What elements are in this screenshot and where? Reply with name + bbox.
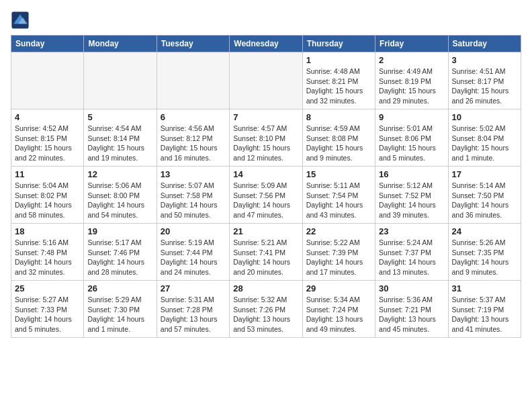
week-row-3: 11Sunrise: 5:04 AM Sunset: 8:02 PM Dayli…: [11, 167, 521, 224]
calendar-cell: [157, 52, 229, 109]
day-info: Sunrise: 5:04 AM Sunset: 8:02 PM Dayligh…: [15, 181, 80, 220]
page-header: [11, 11, 521, 30]
calendar-cell: 19Sunrise: 5:17 AM Sunset: 7:46 PM Dayli…: [84, 224, 157, 281]
calendar-cell: 17Sunrise: 5:14 AM Sunset: 7:50 PM Dayli…: [448, 167, 521, 224]
day-number: 17: [452, 169, 517, 179]
day-number: 30: [379, 283, 444, 293]
calendar-cell: 18Sunrise: 5:16 AM Sunset: 7:48 PM Dayli…: [11, 224, 84, 281]
calendar-cell: 12Sunrise: 5:06 AM Sunset: 8:00 PM Dayli…: [84, 167, 157, 224]
day-number: 8: [306, 112, 371, 122]
day-number: 4: [15, 112, 80, 122]
day-number: 24: [452, 226, 517, 236]
calendar-cell: 16Sunrise: 5:12 AM Sunset: 7:52 PM Dayli…: [375, 167, 448, 224]
day-number: 15: [306, 169, 371, 179]
day-number: 19: [87, 226, 152, 236]
calendar-cell: [230, 52, 302, 109]
day-info: Sunrise: 5:09 AM Sunset: 7:56 PM Dayligh…: [233, 181, 298, 220]
day-info: Sunrise: 4:51 AM Sunset: 8:17 PM Dayligh…: [452, 66, 517, 106]
day-number: 12: [87, 169, 152, 179]
day-info: Sunrise: 5:24 AM Sunset: 7:37 PM Dayligh…: [379, 238, 444, 277]
day-info: Sunrise: 5:17 AM Sunset: 7:46 PM Dayligh…: [87, 238, 152, 277]
calendar-header-monday: Monday: [84, 36, 157, 52]
calendar-cell: 3Sunrise: 4:51 AM Sunset: 8:17 PM Daylig…: [448, 52, 521, 109]
day-info: Sunrise: 5:37 AM Sunset: 7:19 PM Dayligh…: [452, 295, 517, 334]
calendar-cell: 30Sunrise: 5:36 AM Sunset: 7:21 PM Dayli…: [375, 281, 448, 338]
calendar-cell: 31Sunrise: 5:37 AM Sunset: 7:19 PM Dayli…: [448, 281, 521, 338]
calendar-header-thursday: Thursday: [302, 36, 375, 52]
calendar-cell: 4Sunrise: 4:52 AM Sunset: 8:15 PM Daylig…: [11, 109, 84, 167]
calendar-cell: 20Sunrise: 5:19 AM Sunset: 7:44 PM Dayli…: [157, 224, 229, 281]
day-info: Sunrise: 5:22 AM Sunset: 7:39 PM Dayligh…: [306, 238, 371, 277]
day-info: Sunrise: 5:19 AM Sunset: 7:44 PM Dayligh…: [161, 238, 226, 277]
day-number: 22: [306, 226, 371, 236]
calendar-cell: 10Sunrise: 5:02 AM Sunset: 8:04 PM Dayli…: [448, 109, 521, 167]
calendar-cell: 23Sunrise: 5:24 AM Sunset: 7:37 PM Dayli…: [375, 224, 448, 281]
week-row-4: 18Sunrise: 5:16 AM Sunset: 7:48 PM Dayli…: [11, 224, 521, 281]
day-number: 27: [161, 283, 226, 293]
logo: [11, 11, 32, 30]
day-number: 10: [452, 112, 517, 122]
week-row-5: 25Sunrise: 5:27 AM Sunset: 7:33 PM Dayli…: [11, 281, 521, 338]
day-number: 13: [161, 169, 226, 179]
day-info: Sunrise: 5:14 AM Sunset: 7:50 PM Dayligh…: [452, 181, 517, 220]
day-number: 29: [306, 283, 371, 293]
calendar-cell: [84, 52, 157, 109]
calendar-cell: 24Sunrise: 5:26 AM Sunset: 7:35 PM Dayli…: [448, 224, 521, 281]
day-info: Sunrise: 5:01 AM Sunset: 8:06 PM Dayligh…: [379, 124, 444, 163]
day-info: Sunrise: 5:36 AM Sunset: 7:21 PM Dayligh…: [379, 295, 444, 334]
day-info: Sunrise: 4:49 AM Sunset: 8:19 PM Dayligh…: [379, 66, 444, 106]
day-number: 5: [87, 112, 152, 122]
day-info: Sunrise: 4:59 AM Sunset: 8:08 PM Dayligh…: [306, 124, 371, 163]
day-info: Sunrise: 5:11 AM Sunset: 7:54 PM Dayligh…: [306, 181, 371, 220]
logo-icon: [11, 11, 30, 30]
calendar-header-row: SundayMondayTuesdayWednesdayThursdayFrid…: [11, 36, 521, 52]
calendar-cell: [11, 52, 84, 109]
calendar-cell: 21Sunrise: 5:21 AM Sunset: 7:41 PM Dayli…: [230, 224, 302, 281]
calendar-cell: 28Sunrise: 5:32 AM Sunset: 7:26 PM Dayli…: [230, 281, 302, 338]
week-row-1: 1Sunrise: 4:48 AM Sunset: 8:21 PM Daylig…: [11, 52, 521, 109]
calendar-cell: 26Sunrise: 5:29 AM Sunset: 7:30 PM Dayli…: [84, 281, 157, 338]
calendar-header-tuesday: Tuesday: [157, 36, 229, 52]
calendar-cell: 9Sunrise: 5:01 AM Sunset: 8:06 PM Daylig…: [375, 109, 448, 167]
calendar-table: SundayMondayTuesdayWednesdayThursdayFrid…: [11, 35, 521, 338]
day-number: 9: [379, 112, 444, 122]
day-number: 1: [306, 55, 371, 65]
day-info: Sunrise: 5:12 AM Sunset: 7:52 PM Dayligh…: [379, 181, 444, 220]
calendar-cell: 22Sunrise: 5:22 AM Sunset: 7:39 PM Dayli…: [302, 224, 375, 281]
day-number: 28: [233, 283, 298, 293]
week-row-2: 4Sunrise: 4:52 AM Sunset: 8:15 PM Daylig…: [11, 109, 521, 167]
day-number: 25: [15, 283, 80, 293]
calendar-cell: 2Sunrise: 4:49 AM Sunset: 8:19 PM Daylig…: [375, 52, 448, 109]
calendar-cell: 27Sunrise: 5:31 AM Sunset: 7:28 PM Dayli…: [157, 281, 229, 338]
day-info: Sunrise: 5:34 AM Sunset: 7:24 PM Dayligh…: [306, 295, 371, 334]
calendar-cell: 29Sunrise: 5:34 AM Sunset: 7:24 PM Dayli…: [302, 281, 375, 338]
day-number: 6: [161, 112, 226, 122]
calendar-cell: 7Sunrise: 4:57 AM Sunset: 8:10 PM Daylig…: [230, 109, 302, 167]
calendar-cell: 6Sunrise: 4:56 AM Sunset: 8:12 PM Daylig…: [157, 109, 229, 167]
day-info: Sunrise: 5:29 AM Sunset: 7:30 PM Dayligh…: [87, 295, 152, 334]
day-info: Sunrise: 4:52 AM Sunset: 8:15 PM Dayligh…: [15, 124, 80, 163]
day-info: Sunrise: 5:27 AM Sunset: 7:33 PM Dayligh…: [15, 295, 80, 334]
day-number: 26: [87, 283, 152, 293]
calendar-header-saturday: Saturday: [448, 36, 521, 52]
day-info: Sunrise: 4:57 AM Sunset: 8:10 PM Dayligh…: [233, 124, 298, 163]
day-info: Sunrise: 5:06 AM Sunset: 8:00 PM Dayligh…: [87, 181, 152, 220]
calendar-cell: 25Sunrise: 5:27 AM Sunset: 7:33 PM Dayli…: [11, 281, 84, 338]
calendar-header-wednesday: Wednesday: [230, 36, 302, 52]
day-info: Sunrise: 5:02 AM Sunset: 8:04 PM Dayligh…: [452, 124, 517, 163]
day-number: 31: [452, 283, 517, 293]
day-info: Sunrise: 5:32 AM Sunset: 7:26 PM Dayligh…: [233, 295, 298, 334]
day-number: 18: [15, 226, 80, 236]
day-info: Sunrise: 5:07 AM Sunset: 7:58 PM Dayligh…: [161, 181, 226, 220]
calendar-header-friday: Friday: [375, 36, 448, 52]
day-info: Sunrise: 4:56 AM Sunset: 8:12 PM Dayligh…: [161, 124, 226, 163]
calendar-cell: 11Sunrise: 5:04 AM Sunset: 8:02 PM Dayli…: [11, 167, 84, 224]
day-info: Sunrise: 5:16 AM Sunset: 7:48 PM Dayligh…: [15, 238, 80, 277]
day-info: Sunrise: 4:48 AM Sunset: 8:21 PM Dayligh…: [306, 66, 371, 106]
day-info: Sunrise: 5:21 AM Sunset: 7:41 PM Dayligh…: [233, 238, 298, 277]
day-number: 3: [452, 55, 517, 65]
day-info: Sunrise: 5:26 AM Sunset: 7:35 PM Dayligh…: [452, 238, 517, 277]
day-number: 21: [233, 226, 298, 236]
day-info: Sunrise: 4:54 AM Sunset: 8:14 PM Dayligh…: [87, 124, 152, 163]
day-info: Sunrise: 5:31 AM Sunset: 7:28 PM Dayligh…: [161, 295, 226, 334]
